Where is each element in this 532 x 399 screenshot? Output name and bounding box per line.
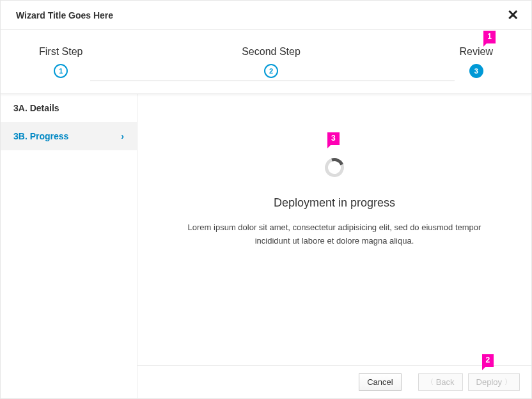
cancel-button[interactable]: Cancel	[359, 373, 401, 391]
deploy-button-label: Deploy	[476, 377, 502, 387]
step-label: Review	[460, 46, 493, 58]
step-first[interactable]: First Step 1	[39, 46, 82, 78]
chevron-left-icon: 〈	[426, 377, 434, 387]
wizard-title: Wizard Title Goes Here	[16, 10, 113, 20]
back-button[interactable]: 〈 Back	[418, 373, 463, 391]
chevron-right-icon: ›	[121, 131, 124, 141]
close-icon[interactable]: ✕	[507, 8, 519, 22]
step-circle: 1	[54, 64, 68, 78]
wizard-stepper: First Step 1 Second Step 2 1 Review 3	[1, 30, 531, 94]
step-review[interactable]: 1 Review 3	[460, 46, 493, 78]
wizard-footer: Cancel 〈 Back 2 Deploy 〉	[137, 365, 531, 398]
sidebar-item-label: 3A. Details	[13, 103, 59, 113]
sidebar-item-label: 3B. Progress	[13, 131, 68, 141]
step-circle: 2	[264, 64, 278, 78]
deploy-button[interactable]: Deploy 〉	[468, 373, 520, 391]
stepper-line	[90, 81, 455, 81]
step-second[interactable]: Second Step 2	[242, 46, 301, 78]
annotation-marker-3: 3	[327, 132, 340, 145]
step-circle: 3	[469, 64, 483, 78]
step-label: Second Step	[242, 46, 301, 58]
wizard-header: Wizard Title Goes Here ✕	[1, 1, 531, 30]
back-button-label: Back	[436, 377, 455, 387]
progress-description: Lorem ipsum dolor sit amet, consectetur …	[187, 221, 481, 248]
chevron-right-icon: 〉	[505, 377, 512, 387]
sidebar-item-details[interactable]: 3A. Details	[1, 94, 137, 122]
progress-title: Deployment in progress	[274, 196, 395, 210]
sidebar-item-progress[interactable]: 3B. Progress ›	[1, 122, 137, 150]
annotation-marker-2: 2	[482, 354, 494, 367]
wizard-sidebar: 3A. Details 3B. Progress ›	[1, 94, 137, 399]
wizard-main: 3 Deployment in progress Lorem ipsum dol…	[137, 94, 531, 399]
wizard-body: 3A. Details 3B. Progress › 3 Deployment …	[1, 94, 531, 399]
loading-spinner-icon	[322, 155, 347, 180]
annotation-marker-1: 1	[483, 31, 496, 43]
step-label: First Step	[39, 46, 82, 58]
